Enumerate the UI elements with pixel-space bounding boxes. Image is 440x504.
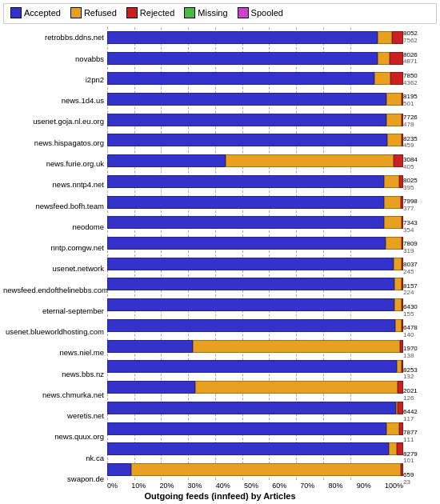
number-pair: 8025395	[403, 178, 437, 192]
bar-segment-accepted	[107, 72, 374, 85]
bar-row	[107, 442, 403, 455]
number-pair: 80264871	[403, 52, 437, 66]
legend-label-rejected: Rejected	[140, 8, 174, 18]
bar-segment-refused	[395, 319, 402, 332]
num-bot: 140	[403, 332, 437, 339]
bar-segment-accepted	[107, 298, 394, 311]
bar-segment-refused	[394, 298, 402, 311]
y-label: eternal-september	[3, 306, 104, 317]
y-label: news.niel.me	[3, 347, 104, 358]
bar-row	[107, 134, 403, 146]
bar-segment-rejected	[398, 402, 403, 414]
bar-segment-rejected	[402, 258, 403, 270]
bar-row	[107, 463, 403, 476]
bar-row	[107, 381, 403, 394]
num-bot: 395	[403, 185, 437, 192]
x-axis-label: 0%	[107, 482, 118, 490]
x-axis-label: 10%	[131, 482, 146, 490]
bar-segment-accepted	[107, 340, 193, 353]
y-label: swapon.de	[3, 474, 104, 485]
bar-row	[107, 175, 403, 188]
bar-segment-rejected	[402, 93, 403, 106]
bar-segment-accepted	[107, 196, 384, 209]
number-pair: 8157224	[403, 283, 437, 298]
bar-segment-refused	[386, 422, 399, 435]
bar-segment-rejected	[400, 340, 403, 353]
num-bot: 405	[403, 164, 437, 171]
bar-row	[107, 154, 403, 167]
num-bot: 23	[403, 479, 437, 486]
number-pair: 6442117	[403, 409, 437, 423]
num-bot: 478	[403, 122, 437, 129]
bar-segment-accepted	[107, 258, 394, 270]
number-pair: 8235459	[403, 136, 437, 150]
bar-segment-accepted	[107, 402, 396, 414]
bar-row	[107, 216, 403, 229]
bar-segment-refused	[378, 31, 393, 44]
numbers-col: 8052756280264871785043628195501772647882…	[403, 27, 437, 490]
number-pair: 78504362	[403, 73, 437, 87]
number-pair: 1970138	[403, 346, 437, 360]
x-axis-label: 40%	[216, 482, 230, 490]
number-pair: 7809319	[403, 241, 437, 255]
num-bot: 132	[403, 374, 437, 381]
number-pair: 8037245	[403, 262, 437, 276]
bar-row	[107, 278, 403, 290]
legend-color-refused	[70, 7, 82, 18]
y-label: news.1d4.us	[3, 95, 104, 106]
num-bot: 354	[403, 227, 437, 234]
bar-segment-refused	[384, 216, 402, 229]
chart-area: retrobbs.ddns.netnovabbsi2pn2news.1d4.us…	[3, 27, 437, 490]
bar-row	[107, 402, 403, 414]
num-bot: 245	[403, 269, 437, 276]
x-axis-labels: 0%10%20%30%40%50%60%70%80%90%100%	[107, 480, 403, 490]
number-pair: 3084405	[403, 157, 437, 171]
legend-item-accepted: Accepted	[10, 7, 61, 18]
bar-segment-refused	[384, 196, 401, 209]
bar-segment-rejected	[402, 114, 403, 126]
legend-label-accepted: Accepted	[24, 8, 61, 18]
bar-segment-refused	[378, 52, 390, 65]
bar-segment-refused	[386, 237, 402, 250]
bar-segment-rejected	[402, 278, 403, 290]
bar-row	[107, 319, 403, 332]
y-label: usenet.network	[3, 263, 104, 274]
legend-color-rejected	[126, 7, 138, 18]
num-bot: 319	[403, 248, 437, 255]
number-pair: 8195501	[403, 94, 437, 108]
bar-segment-refused	[394, 258, 402, 270]
bar-segment-accepted	[107, 381, 195, 394]
bar-segment-rejected	[397, 442, 403, 455]
y-label: i2pn2	[3, 74, 104, 86]
number-pair: 6478140	[403, 325, 437, 339]
y-label: newsfeed.bofh.team	[3, 201, 104, 212]
y-label: newsfeed.endofthelinebbs.com	[3, 285, 104, 296]
number-pair: 7726478	[403, 114, 437, 129]
bar-segment-rejected	[390, 72, 403, 85]
bar-segment-rejected	[402, 319, 403, 332]
bar-segment-accepted	[107, 422, 386, 435]
num-bot: 4871	[403, 58, 437, 66]
bar-row	[107, 360, 403, 373]
bar-segment-rejected	[399, 422, 403, 435]
y-label: news.hispagatos.org	[3, 138, 104, 149]
y-label: news.nntp4.net	[3, 179, 104, 190]
y-label: news.furie.org.uk	[3, 158, 104, 170]
number-pair: 65923	[403, 472, 437, 486]
bar-segment-refused	[195, 381, 398, 394]
y-label: weretis.net	[3, 410, 104, 422]
x-axis-label: 70%	[300, 482, 314, 490]
bar-segment-refused	[374, 72, 390, 85]
y-label: nntp.comgw.net	[3, 242, 104, 254]
bars-wrapper	[107, 27, 403, 480]
bar-row	[107, 31, 403, 44]
y-label: usenet.blueworldhosting.com	[3, 326, 104, 338]
x-axis-label: 20%	[159, 482, 174, 490]
bar-segment-rejected	[399, 175, 403, 188]
bar-segment-rejected	[401, 463, 403, 476]
legend-color-spooled	[238, 7, 249, 18]
number-pair: 7343354	[403, 220, 437, 234]
legend-item-missing: Missing	[184, 7, 227, 18]
num-bot: 501	[403, 101, 437, 108]
bar-segment-rejected	[402, 237, 403, 250]
